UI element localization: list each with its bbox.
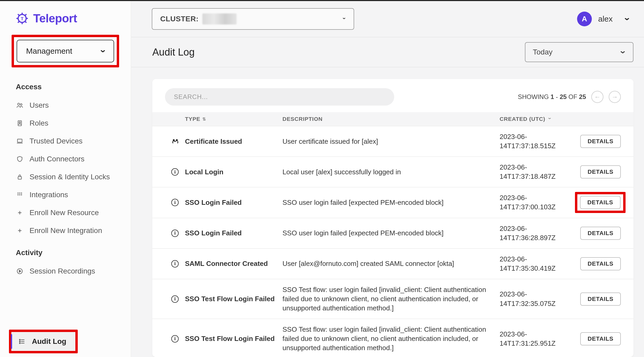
row-actions: DETAILS <box>579 165 621 178</box>
table-row: Certificate IssuedUser certificate issue… <box>152 126 633 156</box>
user-name: alex <box>598 14 613 23</box>
row-type: SSO Login Failed <box>185 199 282 207</box>
cluster-label: CLUSTER: <box>160 15 199 23</box>
info-icon: i <box>165 335 185 343</box>
chevron-down-icon <box>100 47 106 56</box>
sidebar: T Teleport Management AccessUsersRolesTr… <box>0 1 131 357</box>
audit-card: SHOWING 1 - 25 OF 25 ← → TY <box>152 79 633 357</box>
avatar: A <box>577 12 592 26</box>
row-description: SSO user login failed [expected PEM-enco… <box>282 229 500 238</box>
paging-prefix: SHOWING <box>518 93 549 100</box>
page-next-button[interactable]: → <box>609 91 621 103</box>
table-row: iSSO Login FailedSSO user login failed [… <box>152 187 633 217</box>
sidebar-item[interactable]: Users <box>16 96 131 114</box>
details-button[interactable]: DETAILS <box>580 292 621 306</box>
sidebar-item[interactable]: Auth Connectors <box>16 150 131 168</box>
sidebar-item-label: Session Recordings <box>30 267 95 275</box>
details-button[interactable]: DETAILS <box>580 257 621 270</box>
sidebar-item[interactable]: Session Recordings <box>16 262 131 280</box>
row-date: 2023-06-14T17:37:18.515Z <box>500 132 579 151</box>
search-input[interactable] <box>174 93 385 101</box>
row-type: SAML Connector Created <box>185 260 282 268</box>
info-icon: i <box>165 230 185 237</box>
row-actions: DETAILS <box>579 332 621 345</box>
paging-to: 25 <box>560 93 567 100</box>
user-menu[interactable]: A alex <box>577 12 630 26</box>
col-type[interactable]: TYPE ⇅ <box>185 116 282 122</box>
play-icon <box>16 267 24 275</box>
teleport-gear-icon: T <box>15 12 29 25</box>
sidebar-item[interactable]: Enroll New Resource <box>16 204 131 222</box>
plus-icon <box>16 209 24 217</box>
cluster-dropdown[interactable]: CLUSTER: <box>152 8 354 30</box>
row-description: Local user [alex] successfully logged in <box>282 167 500 177</box>
table-header: TYPE ⇅ DESCRIPTION CREATED (UTC) <box>152 112 633 126</box>
row-description: SSO Test flow: user login failed [invali… <box>282 325 500 353</box>
svg-point-18 <box>173 139 175 141</box>
lock-icon <box>16 173 24 181</box>
details-button[interactable]: DETAILS <box>580 196 621 209</box>
table-row: iSSO Test Flow Login FailedSSO Test flow… <box>152 279 633 319</box>
svg-point-9 <box>19 192 20 194</box>
svg-point-16 <box>19 341 20 342</box>
date-range-dropdown[interactable]: Today <box>525 42 633 62</box>
details-button[interactable]: DETAILS <box>580 165 621 178</box>
details-button[interactable]: DETAILS <box>580 227 621 240</box>
svg-point-13 <box>21 194 22 195</box>
row-date: 2023-06-14T17:37:00.103Z <box>500 193 579 212</box>
svg-point-15 <box>19 339 20 340</box>
row-type: SSO Test Flow Login Failed <box>185 335 282 343</box>
nav-scope-dropdown[interactable]: Management <box>17 40 114 62</box>
sidebar-item-audit-log[interactable]: Audit Log <box>11 332 75 351</box>
sidebar-section: AccessUsersRolesTrusted DevicesAuth Conn… <box>0 76 131 242</box>
sidebar-item-label: Enroll New Resource <box>30 209 99 217</box>
highlight-details-button: DETAILS <box>575 192 626 213</box>
svg-point-11 <box>17 194 18 195</box>
list-icon <box>18 338 26 345</box>
row-type: SSO Login Failed <box>185 229 282 237</box>
col-created[interactable]: CREATED (UTC) <box>500 116 579 122</box>
search-box[interactable] <box>165 88 394 106</box>
svg-point-3 <box>20 104 22 106</box>
table-row: iLocal LoginLocal user [alex] successful… <box>152 156 633 187</box>
row-type: Local Login <box>185 168 282 176</box>
row-description: SSO user login failed [expected PEM-enco… <box>282 198 500 207</box>
svg-point-8 <box>17 192 18 194</box>
chevron-down-icon <box>619 48 626 57</box>
info-icon: i <box>165 168 185 176</box>
brand-logo: T Teleport <box>0 12 131 35</box>
highlight-nav-dropdown: Management <box>12 35 119 67</box>
paging-from: 1 <box>550 93 554 100</box>
cert-icon <box>165 138 185 145</box>
info-icon: i <box>165 295 185 303</box>
sidebar-item[interactable]: Integrations <box>16 186 131 204</box>
topbar: CLUSTER: A alex <box>131 1 644 37</box>
sidebar-item[interactable]: Trusted Devices <box>16 132 131 150</box>
sidebar-item[interactable]: Roles <box>16 114 131 132</box>
sidebar-item-label: Auth Connectors <box>30 155 85 163</box>
sidebar-item[interactable]: Session & Identity Locks <box>16 168 131 186</box>
row-actions: DETAILS <box>579 196 621 209</box>
details-button[interactable]: DETAILS <box>580 135 621 148</box>
page-prev-button[interactable]: ← <box>591 91 603 103</box>
page-header: Audit Log Today <box>131 37 644 67</box>
pagination: SHOWING 1 - 25 OF 25 ← → <box>518 91 621 103</box>
row-description: User [alex@fornuto.com] created SAML con… <box>282 259 500 268</box>
svg-point-19 <box>176 139 178 141</box>
highlight-audit-log: Audit Log <box>9 330 78 353</box>
cluster-value-redacted <box>202 13 237 24</box>
chevron-down-icon <box>548 117 552 122</box>
sidebar-item[interactable]: Enroll New Integration <box>16 222 131 240</box>
info-icon: i <box>165 260 185 267</box>
sidebar-section: ActivitySession Recordings <box>0 242 131 301</box>
row-date: 2023-06-14T17:35:30.419Z <box>500 255 579 273</box>
svg-point-2 <box>18 103 20 105</box>
info-icon: i <box>165 199 185 206</box>
date-range-label: Today <box>533 48 553 56</box>
grid-icon <box>16 191 24 199</box>
sidebar-item-label: Enroll New Integration <box>30 226 102 235</box>
paging-total: 25 <box>579 93 586 100</box>
row-date: 2023-06-14T17:32:35.075Z <box>500 290 579 308</box>
sidebar-item-label: Audit Log <box>32 337 66 346</box>
details-button[interactable]: DETAILS <box>580 332 621 345</box>
